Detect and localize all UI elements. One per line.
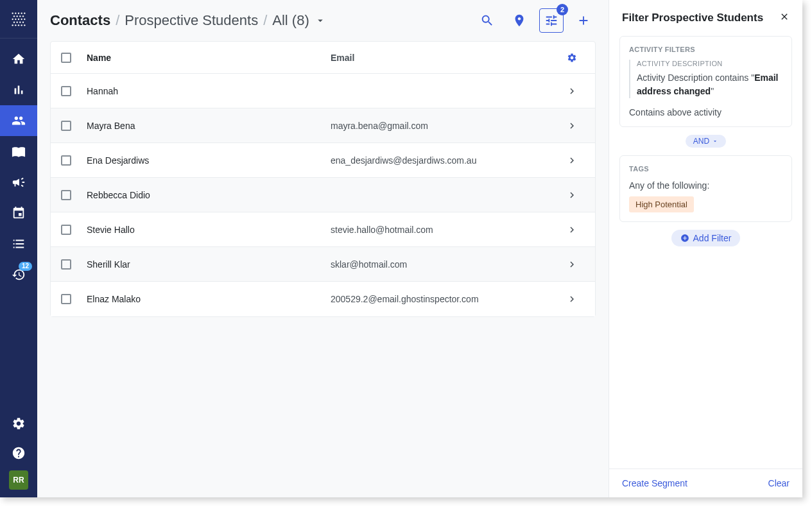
table-row[interactable]: Mayra Bena mayra.bena@gmail.com	[51, 108, 595, 143]
row-open-button[interactable]	[559, 85, 585, 97]
breadcrumb-root[interactable]: Contacts	[50, 12, 110, 29]
sidebar-item-contacts[interactable]	[0, 105, 37, 136]
row-open-button[interactable]	[559, 293, 585, 305]
add-filter-button[interactable]: Add Filter	[671, 230, 741, 246]
breadcrumb-last[interactable]: All (8)	[272, 12, 309, 29]
location-icon	[512, 13, 526, 28]
create-segment-button[interactable]: Create Segment	[622, 478, 687, 488]
row-email: ena_desjardiws@desjardiws.com.au	[331, 155, 559, 166]
table-settings-button[interactable]	[559, 53, 585, 63]
row-checkbox[interactable]	[61, 225, 71, 235]
row-email: stevie.hallo@hotmail.com	[331, 225, 559, 235]
search-button[interactable]	[475, 8, 499, 33]
row-open-button[interactable]	[559, 120, 585, 132]
table-row[interactable]: Elnaz Malako 200529.2@email.ghostinspect…	[51, 282, 595, 316]
row-name: Ena Desjardiws	[87, 155, 331, 166]
sidebar-item-tasks[interactable]	[0, 228, 37, 259]
svg-point-9	[12, 18, 13, 19]
row-name: Elnaz Malako	[87, 294, 331, 304]
svg-point-1	[15, 12, 16, 13]
location-button[interactable]	[507, 8, 531, 33]
row-open-button[interactable]	[559, 189, 585, 201]
svg-point-7	[19, 15, 21, 17]
sidebar-item-analytics[interactable]	[0, 74, 37, 105]
gear-icon	[12, 417, 26, 431]
chevron-down-icon	[712, 138, 718, 144]
svg-point-12	[21, 18, 22, 19]
svg-point-10	[15, 18, 16, 19]
sidebar-item-settings[interactable]	[0, 409, 37, 438]
megaphone-icon	[12, 175, 26, 189]
add-button[interactable]	[571, 8, 596, 33]
row-checkbox[interactable]	[61, 259, 71, 270]
table-row[interactable]: Ena Desjardiws ena_desjardiws@desjardiws…	[51, 143, 595, 178]
filter-operator-chip[interactable]: AND	[686, 135, 726, 148]
row-name: Sherill Klar	[87, 259, 331, 270]
row-checkbox[interactable]	[61, 294, 71, 304]
sidebar-item-help[interactable]	[0, 438, 37, 468]
help-icon	[12, 446, 26, 460]
logo[interactable]	[0, 0, 37, 39]
tags-filter-card[interactable]: TAGS Any of the following: High Potentia…	[619, 155, 792, 222]
row-open-button[interactable]	[559, 224, 585, 236]
sidebar-item-knowledge[interactable]	[0, 136, 37, 167]
activity-description-text: Activity Description contains "Email add…	[637, 71, 782, 98]
tag-chip: High Potential	[629, 196, 694, 212]
column-header-name[interactable]: Name	[87, 53, 331, 63]
svg-point-4	[24, 12, 25, 13]
sidebar-item-activity[interactable]: 12	[0, 259, 37, 290]
svg-point-5	[13, 15, 15, 17]
row-name: Mayra Bena	[87, 121, 331, 131]
activity-description-label: ACTIVITY DESCRIPTION	[637, 60, 782, 67]
svg-point-0	[12, 12, 13, 13]
book-icon	[12, 144, 26, 159]
sidebar: 12 RR	[0, 0, 37, 497]
gear-icon	[567, 53, 577, 63]
table-row[interactable]: Hannah	[51, 74, 595, 108]
select-all-checkbox[interactable]	[61, 53, 71, 63]
row-name: Rebbecca Didio	[87, 190, 331, 200]
svg-point-22	[24, 24, 25, 26]
close-button[interactable]	[779, 12, 790, 24]
breadcrumb-mid[interactable]: Prospective Students	[125, 12, 258, 29]
clear-button[interactable]: Clear	[768, 478, 790, 488]
plus-icon	[576, 13, 591, 28]
row-open-button[interactable]	[559, 259, 585, 270]
chevron-down-icon[interactable]	[315, 15, 326, 26]
row-checkbox[interactable]	[61, 86, 71, 96]
sidebar-item-home[interactable]	[0, 44, 37, 74]
row-checkbox[interactable]	[61, 121, 71, 131]
row-email: sklar@hotmail.com	[331, 259, 559, 270]
breadcrumb: Contacts / Prospective Students / All (8…	[50, 12, 326, 29]
chevron-right-icon	[566, 155, 578, 166]
chevron-right-icon	[566, 120, 578, 132]
row-email: 200529.2@email.ghostinspector.com	[331, 294, 559, 304]
people-icon	[12, 114, 26, 128]
table-row[interactable]: Rebbecca Didio	[51, 178, 595, 212]
column-header-email[interactable]: Email	[331, 53, 559, 63]
sidebar-item-campaign[interactable]	[0, 167, 37, 198]
table-row[interactable]: Sherill Klar sklar@hotmail.com	[51, 247, 595, 282]
svg-point-21	[21, 24, 22, 26]
search-icon	[480, 13, 494, 28]
row-checkbox[interactable]	[61, 155, 71, 166]
filter-button[interactable]: 2	[539, 8, 564, 33]
header: Contacts / Prospective Students / All (8…	[37, 0, 609, 41]
plus-circle-icon	[680, 234, 689, 243]
row-open-button[interactable]	[559, 155, 585, 166]
svg-point-17	[22, 21, 24, 22]
chevron-right-icon	[566, 85, 578, 97]
table-row[interactable]: Stevie Hallo stevie.hallo@hotmail.com	[51, 212, 595, 247]
avatar[interactable]: RR	[9, 470, 28, 490]
filter-icon	[544, 13, 558, 28]
activity-filter-card[interactable]: ACTIVITY FILTERS ACTIVITY DESCRIPTION Ac…	[619, 36, 792, 127]
svg-point-18	[12, 24, 13, 26]
sidebar-item-calendar[interactable]	[0, 198, 37, 228]
row-name: Hannah	[87, 86, 331, 96]
activity-filter-footer: Contains above activity	[629, 107, 782, 117]
home-icon	[12, 52, 26, 66]
row-checkbox[interactable]	[61, 190, 71, 200]
logo-icon	[10, 10, 28, 28]
activity-badge: 12	[19, 262, 32, 271]
close-icon	[779, 12, 790, 22]
